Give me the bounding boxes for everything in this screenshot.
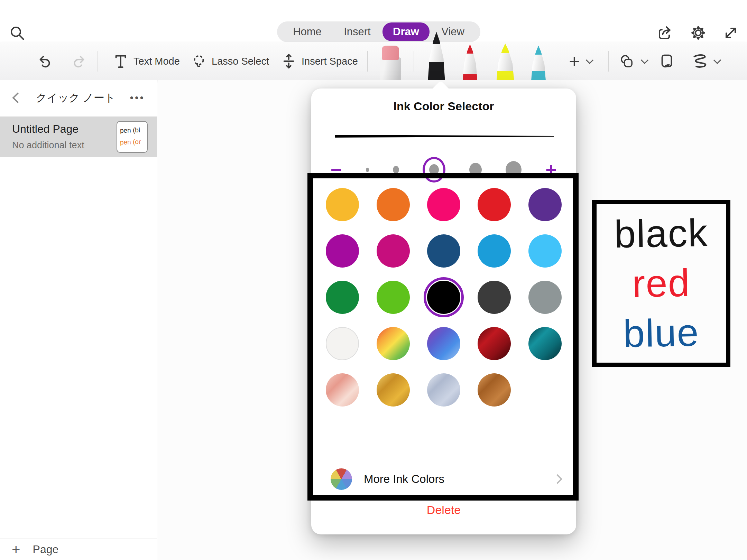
toolbar-divider [98,51,98,72]
undo-button[interactable] [37,42,53,80]
pen-tray [374,42,567,80]
tab-draw[interactable]: Draw [382,22,430,41]
thumbnail-ink-line: pen (bl [120,124,147,137]
chevron-down-icon [585,56,593,64]
plus-icon: + [12,542,20,557]
page-title: Untitled Page [12,123,79,136]
thickness-dot-1[interactable] [366,168,369,171]
lasso-select-button[interactable]: Lasso Select [191,42,269,80]
lasso-select-label: Lasso Select [212,56,269,67]
toolbar-divider [367,51,368,72]
pen-red[interactable] [460,44,480,80]
toolbar-divider [608,51,609,72]
share-icon[interactable] [657,24,674,41]
handwriting-group: blackredblue [592,200,730,367]
insert-space-button[interactable]: Insert Space [281,42,358,80]
search-icon[interactable] [9,25,26,41]
ink-replay-button[interactable] [692,42,720,80]
handwriting-red: red [632,260,691,308]
delete-pen-button[interactable]: Delete [311,503,576,517]
page-thumbnail: pen (blpen (or [117,121,148,153]
handwriting-black: black [614,209,709,258]
page-list-item[interactable]: Untitled Page No additional text pen (bl… [0,116,157,157]
highlighter-yellow[interactable] [493,44,517,80]
thickness-dot-2[interactable] [393,167,399,173]
add-pen-button[interactable]: + [569,42,592,80]
chevron-down-icon [713,56,721,64]
tab-insert[interactable]: Insert [333,22,381,41]
chevron-down-icon [641,56,649,64]
text-mode-button[interactable]: Text Mode [113,42,180,80]
ribbon-tabbar: HomeInsertDrawView [277,21,480,42]
text-mode-label: Text Mode [133,56,180,67]
ink-to-text-button[interactable] [659,42,675,80]
settings-gear-icon[interactable] [690,24,707,41]
handwriting-blue: blue [623,309,700,357]
pencil-teal[interactable] [528,46,548,80]
popup-title: Ink Color Selector [311,100,576,113]
redo-button[interactable] [71,42,86,80]
eraser[interactable] [380,46,401,80]
notebook-title: クイック ノート [21,91,130,105]
page-subtitle: No additional text [12,140,84,151]
thumbnail-ink-line: pen (or [120,136,147,149]
expand-icon[interactable] [722,24,739,41]
pages-sidebar: クイック ノート ••• Untitled Page No additional… [0,80,157,560]
ellipsis-menu-icon[interactable]: ••• [130,92,145,104]
add-page-button[interactable]: + Page [0,539,157,560]
annotation-rect-color-grid [307,173,579,501]
app-header: HomeInsertDrawView [0,0,747,42]
insert-space-label: Insert Space [302,56,358,67]
pen-black[interactable] [425,32,448,80]
tab-home[interactable]: Home [283,22,332,41]
stroke-preview [333,133,554,140]
shapes-button[interactable] [619,42,647,80]
